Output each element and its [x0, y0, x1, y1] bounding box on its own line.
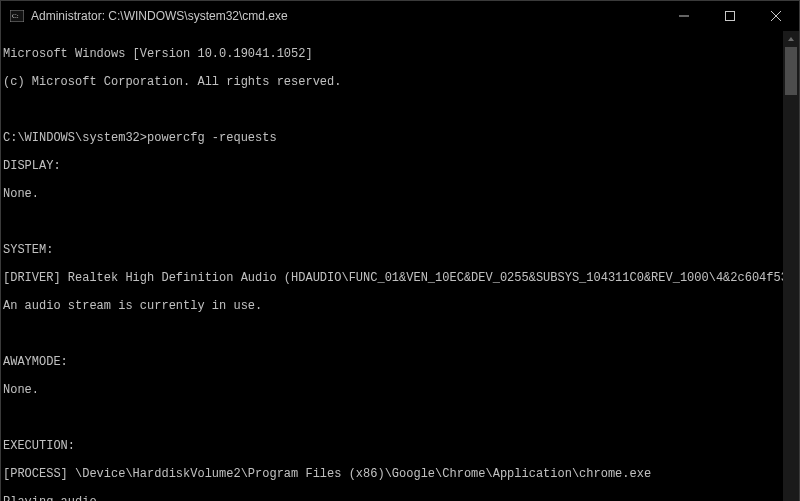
output-line: Microsoft Windows [Version 10.0.19041.10…	[3, 47, 783, 61]
cmd-window: C: Administrator: C:\WINDOWS\system32\cm…	[0, 0, 800, 501]
svg-marker-6	[788, 37, 794, 41]
prompt: C:\WINDOWS\system32>	[3, 131, 147, 145]
output-line: [PROCESS] \Device\HarddiskVolume2\Progra…	[3, 467, 783, 481]
scrollbar-track[interactable]	[783, 47, 799, 501]
scrollbar-thumb[interactable]	[785, 47, 797, 95]
blank-line	[3, 411, 783, 425]
cmd-icon: C:	[9, 8, 25, 24]
command: powercfg -requests	[147, 131, 277, 145]
blank-line	[3, 215, 783, 229]
output-line: None.	[3, 187, 783, 201]
terminal[interactable]: Microsoft Windows [Version 10.0.19041.10…	[1, 31, 783, 501]
scrollbar[interactable]	[783, 31, 799, 501]
scroll-up-button[interactable]	[783, 31, 799, 47]
section-header: AWAYMODE:	[3, 355, 783, 369]
terminal-wrap: Microsoft Windows [Version 10.0.19041.10…	[1, 31, 799, 501]
svg-rect-3	[726, 12, 735, 21]
svg-text:C:: C:	[12, 12, 19, 20]
output-line: [DRIVER] Realtek High Definition Audio (…	[3, 271, 783, 285]
prompt-line: C:\WINDOWS\system32>powercfg -requests	[3, 131, 783, 145]
maximize-button[interactable]	[707, 1, 753, 31]
output-line: Playing audio	[3, 495, 783, 501]
section-header: DISPLAY:	[3, 159, 783, 173]
window-title: Administrator: C:\WINDOWS\system32\cmd.e…	[31, 9, 661, 23]
section-header: EXECUTION:	[3, 439, 783, 453]
output-line: None.	[3, 383, 783, 397]
titlebar[interactable]: C: Administrator: C:\WINDOWS\system32\cm…	[1, 1, 799, 31]
output-line: An audio stream is currently in use.	[3, 299, 783, 313]
close-button[interactable]	[753, 1, 799, 31]
blank-line	[3, 103, 783, 117]
output-line: (c) Microsoft Corporation. All rights re…	[3, 75, 783, 89]
blank-line	[3, 327, 783, 341]
section-header: SYSTEM:	[3, 243, 783, 257]
minimize-button[interactable]	[661, 1, 707, 31]
